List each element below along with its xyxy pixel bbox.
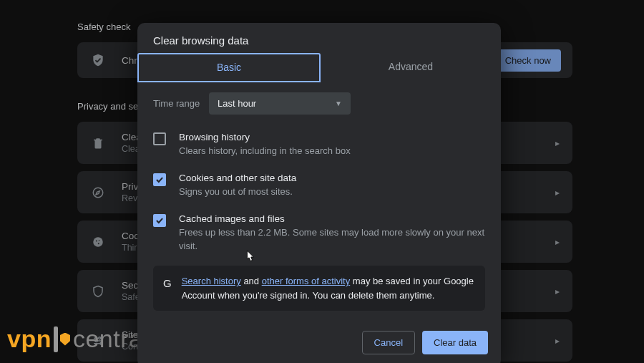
search-history-link[interactable]: Search history [182,276,241,286]
checkbox-cached[interactable] [153,214,166,227]
watermark-shield-icon [60,333,70,346]
tab-basic[interactable]: Basic [137,53,321,82]
watermark-vpncentral: vpn central [7,325,149,353]
clear-data-button[interactable]: Clear data [422,331,488,354]
chevron-right-icon: ▸ [555,286,560,296]
option-browsing-history[interactable]: Browsing history Clears history, includi… [153,125,485,165]
clear-browsing-data-dialog: Clear browsing data Basic Advanced Time … [137,23,501,363]
chevron-right-icon: ▸ [555,138,560,148]
chevron-right-icon: ▸ [555,336,560,346]
time-range-row: Time range Last hour ▼ [153,92,485,115]
svg-point-2 [96,240,97,241]
checkbox-cookies[interactable] [153,173,166,186]
trash-icon [90,135,106,151]
time-range-label: Time range [153,98,209,109]
chevron-down-icon: ▼ [335,100,342,107]
check-now-button[interactable]: Check now [495,49,561,72]
compass-icon [90,185,106,200]
time-range-value: Last hour [218,98,256,109]
chevron-right-icon: ▸ [555,188,560,198]
chevron-right-icon: ▸ [555,237,560,247]
option-cookies[interactable]: Cookies and other site data Signs you ou… [153,165,485,206]
google-account-info: G Search history and other forms of acti… [153,266,485,311]
other-activity-link[interactable]: other forms of activity [262,276,351,286]
google-icon: G [163,276,172,290]
shield-icon [90,284,106,299]
svg-point-1 [93,237,103,247]
dialog-tabs: Basic Advanced [137,54,501,82]
google-info-text: Search history and other forms of activi… [182,274,475,302]
tab-advanced[interactable]: Advanced [321,54,501,82]
checkbox-browsing-history[interactable] [153,132,166,145]
dialog-title: Clear browsing data [137,23,501,54]
shield-check-icon [90,52,106,68]
option-cached[interactable]: Cached images and files Frees up less th… [153,206,485,261]
svg-point-3 [99,240,100,241]
svg-point-4 [98,243,99,244]
cookie-icon [90,234,106,250]
dialog-actions: Cancel Clear data [137,311,501,363]
svg-point-0 [93,188,103,198]
time-range-select[interactable]: Last hour ▼ [209,92,351,115]
watermark-divider [54,326,58,352]
cancel-button[interactable]: Cancel [362,331,415,354]
